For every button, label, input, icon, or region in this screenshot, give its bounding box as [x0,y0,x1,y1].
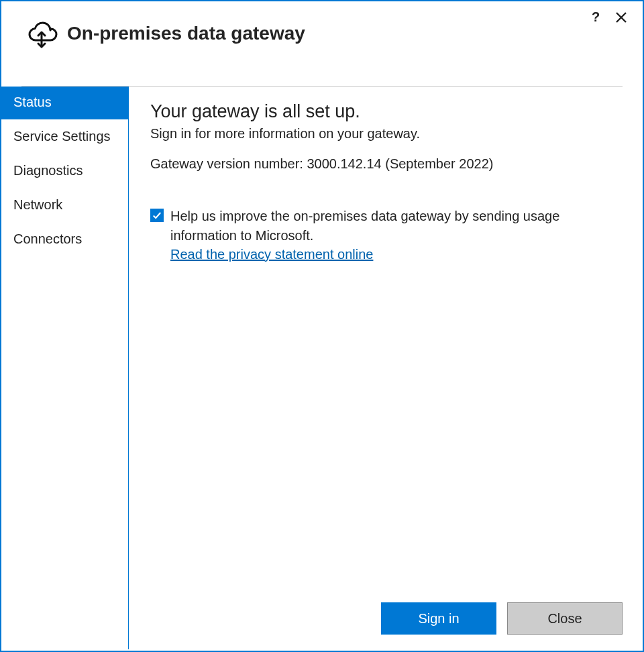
sidebar-item-network[interactable]: Network [1,188,128,222]
app-title: On-premises data gateway [67,23,305,44]
cloud-gateway-icon [25,17,58,50]
titlebar-actions: ? [589,11,628,24]
version-text: Gateway version number: 3000.142.14 (Sep… [150,156,623,172]
sidebar-item-label: Connectors [13,231,82,246]
sign-in-button[interactable]: Sign in [381,602,496,635]
close-button[interactable]: Close [507,602,623,635]
telemetry-checkbox[interactable] [150,209,164,222]
sidebar-item-diagnostics[interactable]: Diagnostics [1,154,128,188]
checkmark-icon [152,211,162,220]
help-button[interactable]: ? [589,11,602,24]
sidebar-item-label: Network [13,197,62,212]
telemetry-row: Help us improve the on-premises data gat… [150,207,623,262]
footer-buttons: Sign in Close [381,602,623,635]
sidebar-item-connectors[interactable]: Connectors [1,222,128,256]
sidebar-item-label: Service Settings [13,129,111,144]
app-window: ? On-premises data gateway Status Servic… [0,0,644,652]
status-subheading: Sign in for more information on your gat… [150,126,623,142]
close-window-button[interactable] [614,11,628,24]
content-area: Your gateway is all set up. Sign in for … [129,87,643,651]
telemetry-text-block: Help us improve the on-premises data gat… [170,207,620,262]
sidebar-item-service-settings[interactable]: Service Settings [1,119,128,154]
sidebar-item-status[interactable]: Status [1,87,128,119]
body: Status Service Settings Diagnostics Netw… [1,87,643,651]
telemetry-label: Help us improve the on-premises data gat… [170,207,620,246]
sidebar: Status Service Settings Diagnostics Netw… [1,87,129,649]
sidebar-item-label: Status [13,95,52,109]
titlebar: On-premises data gateway [1,1,643,62]
sidebar-item-label: Diagnostics [13,163,83,178]
status-heading: Your gateway is all set up. [150,101,623,122]
close-icon [616,12,627,23]
privacy-link[interactable]: Read the privacy statement online [170,247,373,262]
help-icon: ? [592,10,600,23]
